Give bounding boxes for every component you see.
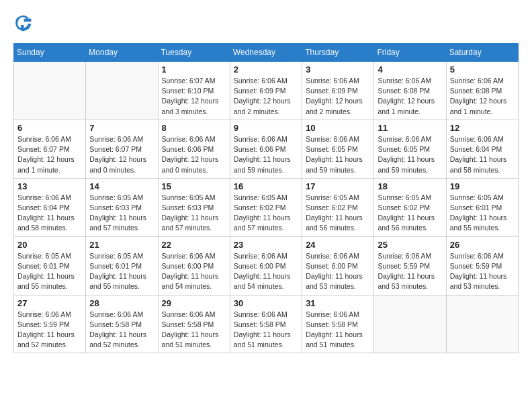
calendar-cell: 22Sunrise: 6:06 AM Sunset: 6:00 PM Dayli… <box>158 236 230 295</box>
calendar-cell: 13Sunrise: 6:06 AM Sunset: 6:04 PM Dayli… <box>14 178 86 236</box>
logo-icon <box>13 13 32 32</box>
calendar-cell: 27Sunrise: 6:06 AM Sunset: 5:59 PM Dayli… <box>14 295 86 353</box>
calendar-cell <box>446 295 518 353</box>
calendar-cell: 11Sunrise: 6:06 AM Sunset: 6:05 PM Dayli… <box>374 120 446 178</box>
calendar-cell: 5Sunrise: 6:06 AM Sunset: 6:08 PM Daylig… <box>446 62 518 120</box>
day-info: Sunrise: 6:05 AM Sunset: 6:03 PM Dayligh… <box>162 193 226 234</box>
day-info: Sunrise: 6:06 AM Sunset: 6:00 PM Dayligh… <box>306 251 370 292</box>
day-number: 2 <box>234 64 298 75</box>
calendar-cell <box>14 62 86 120</box>
day-number: 4 <box>378 64 442 75</box>
day-number: 18 <box>378 181 442 191</box>
calendar-cell: 1Sunrise: 6:07 AM Sunset: 6:10 PM Daylig… <box>158 62 230 120</box>
weekday-header: Thursday <box>302 44 374 62</box>
day-number: 29 <box>162 298 226 308</box>
calendar-table: SundayMondayTuesdayWednesdayThursdayFrid… <box>13 43 519 353</box>
calendar-cell: 24Sunrise: 6:06 AM Sunset: 6:00 PM Dayli… <box>302 236 374 295</box>
day-number: 9 <box>234 123 298 133</box>
logo <box>13 13 35 32</box>
day-info: Sunrise: 6:06 AM Sunset: 5:59 PM Dayligh… <box>450 251 515 292</box>
day-info: Sunrise: 6:06 AM Sunset: 6:09 PM Dayligh… <box>234 76 298 117</box>
calendar-cell <box>86 62 158 120</box>
calendar-cell: 21Sunrise: 6:05 AM Sunset: 6:01 PM Dayli… <box>86 236 158 295</box>
calendar-cell: 3Sunrise: 6:06 AM Sunset: 6:09 PM Daylig… <box>302 62 374 120</box>
calendar-cell: 31Sunrise: 6:06 AM Sunset: 5:58 PM Dayli… <box>302 295 374 353</box>
day-info: Sunrise: 6:05 AM Sunset: 6:01 PM Dayligh… <box>17 251 82 292</box>
day-info: Sunrise: 6:06 AM Sunset: 6:06 PM Dayligh… <box>234 134 298 175</box>
calendar-cell: 15Sunrise: 6:05 AM Sunset: 6:03 PM Dayli… <box>158 178 230 236</box>
day-number: 7 <box>89 123 154 133</box>
day-info: Sunrise: 6:05 AM Sunset: 6:03 PM Dayligh… <box>89 193 154 234</box>
day-number: 17 <box>306 181 370 191</box>
calendar-week-row: 20Sunrise: 6:05 AM Sunset: 6:01 PM Dayli… <box>14 236 519 295</box>
day-number: 31 <box>306 298 370 308</box>
calendar-cell: 8Sunrise: 6:06 AM Sunset: 6:06 PM Daylig… <box>158 120 230 178</box>
calendar-cell: 30Sunrise: 6:06 AM Sunset: 5:58 PM Dayli… <box>230 295 302 353</box>
weekday-header-row: SundayMondayTuesdayWednesdayThursdayFrid… <box>14 44 519 62</box>
day-info: Sunrise: 6:06 AM Sunset: 5:58 PM Dayligh… <box>162 310 226 351</box>
day-number: 13 <box>17 181 82 191</box>
calendar-week-row: 6Sunrise: 6:06 AM Sunset: 6:07 PM Daylig… <box>14 120 519 178</box>
weekday-header: Monday <box>86 44 158 62</box>
day-number: 21 <box>89 240 154 250</box>
day-number: 22 <box>162 240 226 250</box>
day-info: Sunrise: 6:06 AM Sunset: 6:08 PM Dayligh… <box>378 76 442 117</box>
calendar-cell: 17Sunrise: 6:05 AM Sunset: 6:02 PM Dayli… <box>302 178 374 236</box>
calendar-cell: 19Sunrise: 6:05 AM Sunset: 6:01 PM Dayli… <box>446 178 518 236</box>
calendar-cell: 29Sunrise: 6:06 AM Sunset: 5:58 PM Dayli… <box>158 295 230 353</box>
day-info: Sunrise: 6:06 AM Sunset: 6:05 PM Dayligh… <box>306 134 370 175</box>
calendar-week-row: 1Sunrise: 6:07 AM Sunset: 6:10 PM Daylig… <box>14 62 519 120</box>
calendar-cell: 2Sunrise: 6:06 AM Sunset: 6:09 PM Daylig… <box>230 62 302 120</box>
calendar-cell: 25Sunrise: 6:06 AM Sunset: 5:59 PM Dayli… <box>374 236 446 295</box>
day-number: 25 <box>378 240 442 250</box>
weekday-header: Tuesday <box>158 44 230 62</box>
calendar-cell: 7Sunrise: 6:06 AM Sunset: 6:07 PM Daylig… <box>86 120 158 178</box>
day-info: Sunrise: 6:05 AM Sunset: 6:01 PM Dayligh… <box>89 251 154 292</box>
day-info: Sunrise: 6:06 AM Sunset: 5:59 PM Dayligh… <box>378 251 442 292</box>
day-info: Sunrise: 6:06 AM Sunset: 6:08 PM Dayligh… <box>450 76 515 117</box>
day-number: 28 <box>89 298 154 308</box>
day-number: 23 <box>234 240 298 250</box>
calendar-cell <box>374 295 446 353</box>
day-info: Sunrise: 6:06 AM Sunset: 6:07 PM Dayligh… <box>89 134 154 175</box>
weekday-header: Wednesday <box>230 44 302 62</box>
day-number: 12 <box>450 123 515 133</box>
day-info: Sunrise: 6:07 AM Sunset: 6:10 PM Dayligh… <box>162 76 226 117</box>
day-info: Sunrise: 6:06 AM Sunset: 6:00 PM Dayligh… <box>234 251 298 292</box>
day-number: 19 <box>450 181 515 191</box>
page-header <box>13 13 519 32</box>
day-info: Sunrise: 6:06 AM Sunset: 6:00 PM Dayligh… <box>162 251 226 292</box>
day-info: Sunrise: 6:06 AM Sunset: 5:58 PM Dayligh… <box>306 310 370 351</box>
day-number: 20 <box>17 240 82 250</box>
day-info: Sunrise: 6:05 AM Sunset: 6:02 PM Dayligh… <box>234 193 298 234</box>
day-number: 14 <box>89 181 154 191</box>
day-info: Sunrise: 6:06 AM Sunset: 5:59 PM Dayligh… <box>17 310 82 351</box>
day-number: 5 <box>450 64 515 75</box>
calendar-cell: 18Sunrise: 6:05 AM Sunset: 6:02 PM Dayli… <box>374 178 446 236</box>
calendar-cell: 16Sunrise: 6:05 AM Sunset: 6:02 PM Dayli… <box>230 178 302 236</box>
day-info: Sunrise: 6:06 AM Sunset: 5:58 PM Dayligh… <box>89 310 154 351</box>
day-number: 10 <box>306 123 370 133</box>
day-info: Sunrise: 6:05 AM Sunset: 6:01 PM Dayligh… <box>450 193 515 234</box>
day-number: 6 <box>17 123 82 133</box>
day-number: 27 <box>17 298 82 308</box>
weekday-header: Friday <box>374 44 446 62</box>
calendar-cell: 6Sunrise: 6:06 AM Sunset: 6:07 PM Daylig… <box>14 120 86 178</box>
calendar-cell: 20Sunrise: 6:05 AM Sunset: 6:01 PM Dayli… <box>14 236 86 295</box>
day-info: Sunrise: 6:06 AM Sunset: 6:07 PM Dayligh… <box>17 134 82 175</box>
weekday-header: Saturday <box>446 44 518 62</box>
day-info: Sunrise: 6:06 AM Sunset: 6:06 PM Dayligh… <box>162 134 226 175</box>
day-number: 30 <box>234 298 298 308</box>
calendar-cell: 9Sunrise: 6:06 AM Sunset: 6:06 PM Daylig… <box>230 120 302 178</box>
day-number: 8 <box>162 123 226 133</box>
day-number: 15 <box>162 181 226 191</box>
calendar-cell: 26Sunrise: 6:06 AM Sunset: 5:59 PM Dayli… <box>446 236 518 295</box>
day-info: Sunrise: 6:05 AM Sunset: 6:02 PM Dayligh… <box>306 193 370 234</box>
calendar-cell: 23Sunrise: 6:06 AM Sunset: 6:00 PM Dayli… <box>230 236 302 295</box>
calendar-week-row: 13Sunrise: 6:06 AM Sunset: 6:04 PM Dayli… <box>14 178 519 236</box>
calendar-cell: 28Sunrise: 6:06 AM Sunset: 5:58 PM Dayli… <box>86 295 158 353</box>
day-info: Sunrise: 6:06 AM Sunset: 6:04 PM Dayligh… <box>450 134 515 175</box>
day-info: Sunrise: 6:06 AM Sunset: 5:58 PM Dayligh… <box>234 310 298 351</box>
day-number: 16 <box>234 181 298 191</box>
calendar-cell: 4Sunrise: 6:06 AM Sunset: 6:08 PM Daylig… <box>374 62 446 120</box>
